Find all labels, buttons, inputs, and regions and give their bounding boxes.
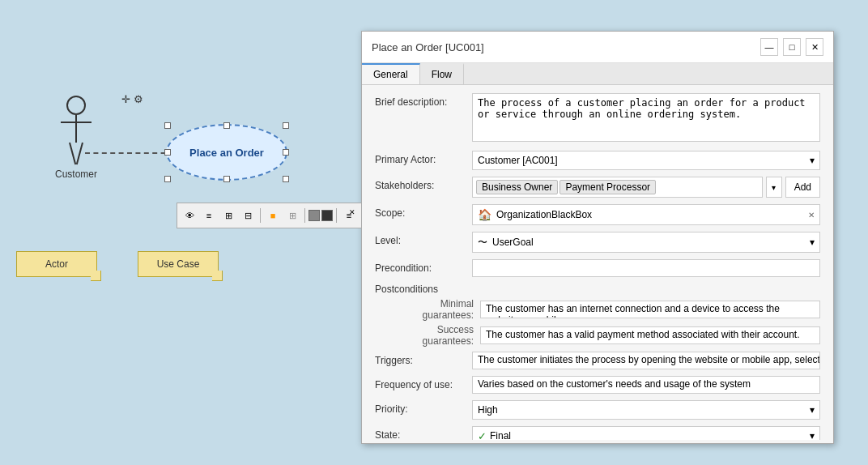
actor-head: [66, 96, 86, 115]
stakeholders-label: Stakeholders:: [375, 177, 472, 191]
actor-arms: [61, 122, 91, 123]
priority-row: Priority: High ▾: [375, 400, 820, 420]
usecase-container[interactable]: Place an Order: [166, 124, 287, 181]
actor-leg-right: [76, 143, 83, 165]
state-row: State: ✓ Final ▾: [375, 426, 820, 440]
frequency-row: Frequency of use: Varies based on the cu…: [375, 376, 820, 394]
add-stakeholder-button[interactable]: Add: [785, 177, 820, 198]
handle-br[interactable]: [283, 176, 289, 182]
tb-icon-5[interactable]: ⊞: [283, 207, 301, 224]
triggers-value: The customer initiates the process by op…: [472, 352, 820, 369]
stakeholder-tag-0: Business Owner: [476, 180, 558, 194]
triggers-row: Triggers: The customer initiates the pro…: [375, 352, 820, 369]
tb-icon-2[interactable]: ⊞: [219, 207, 237, 224]
priority-label: Priority:: [375, 400, 472, 415]
handle-tc[interactable]: [223, 122, 230, 129]
level-label: Level:: [375, 232, 472, 246]
state-select[interactable]: ✓ Final ▾: [472, 426, 820, 440]
minimal-guarantees-value: The customer has an internet connection …: [480, 301, 820, 318]
actor-label: Customer: [55, 169, 97, 180]
handle-tr[interactable]: [283, 122, 289, 129]
frequency-value: Varies based on the customer's needs and…: [472, 376, 820, 394]
primary-actor-label: Primary Actor:: [375, 151, 472, 165]
scope-clear-icon[interactable]: ✕: [808, 211, 815, 220]
scope-label: Scope:: [375, 204, 472, 219]
maximize-button[interactable]: □: [783, 38, 801, 56]
minimize-button[interactable]: —: [760, 38, 778, 56]
actor-icons: ✛ ⚙: [121, 93, 143, 105]
handle-tl[interactable]: [164, 122, 171, 129]
handle-mr[interactable]: [283, 149, 289, 156]
brief-description-input[interactable]: The process of a customer placing an ord…: [472, 93, 820, 142]
dialog-body: Brief description: The process of a cust…: [362, 85, 833, 440]
stakeholders-dropdown[interactable]: ▾: [766, 177, 782, 198]
priority-value: High: [478, 404, 498, 416]
actor-body: [75, 115, 77, 143]
handle-bl[interactable]: [164, 176, 171, 182]
scope-select[interactable]: 🏠 OrganizationBlackBox ✕: [472, 204, 820, 225]
scope-value: OrganizationBlackBox: [496, 209, 803, 220]
state-checkmark: ✓: [478, 430, 487, 441]
primary-actor-row: Primary Actor: Customer [AC001] ▾: [375, 151, 820, 170]
usecase-ellipse[interactable]: Place an Order: [166, 124, 287, 181]
dialog-titlebar: Place an Order [UC001] — □ ✕: [362, 32, 833, 63]
handle-ml[interactable]: [164, 149, 171, 156]
primary-actor-value: Customer [AC001]: [478, 155, 558, 166]
primary-actor-arrow: ▾: [810, 155, 815, 166]
legend-area: Actor Use Case: [16, 251, 219, 277]
brief-description-control: The process of a customer placing an ord…: [472, 93, 820, 144]
level-value: UserGoal: [492, 237, 805, 248]
legend-usecase-box: Use Case: [138, 251, 219, 277]
triggers-label: Triggers:: [375, 352, 472, 366]
priority-arrow: ▾: [810, 404, 815, 416]
actor-figure: Customer: [55, 96, 97, 180]
connector-line: [85, 152, 174, 154]
minimal-guarantees-label: Minimal guarantees:: [391, 298, 480, 321]
frequency-label: Frequency of use:: [375, 376, 472, 390]
eye-icon[interactable]: 👁: [181, 207, 198, 224]
github-icon: ⚙: [134, 93, 143, 105]
level-select[interactable]: 〜 UserGoal ▾: [472, 232, 820, 253]
priority-select[interactable]: High ▾: [472, 400, 820, 420]
legend-usecase-label: Use Case: [157, 258, 200, 270]
color-box-gray[interactable]: [308, 210, 320, 221]
legend-actor-box: Actor: [16, 251, 97, 277]
success-guarantees-value: The customer has a valid payment method …: [480, 326, 820, 344]
color-box-dark[interactable]: [321, 210, 333, 221]
primary-actor-select[interactable]: Customer [AC001] ▾: [472, 151, 820, 170]
dialog-tabs: General Flow: [362, 63, 833, 85]
tab-flow[interactable]: Flow: [420, 63, 464, 84]
stakeholders-control: Business Owner Payment Processor ▾ Add: [472, 177, 820, 198]
tb-icon-1[interactable]: ≡: [200, 207, 218, 224]
brief-description-row: Brief description: The process of a cust…: [375, 93, 820, 144]
brief-description-label: Brief description:: [375, 93, 472, 108]
scope-icon: 🏠: [478, 208, 491, 221]
tb-divider-1: [260, 208, 261, 223]
precondition-input[interactable]: [472, 259, 820, 277]
handle-bc[interactable]: [223, 176, 230, 182]
close-button[interactable]: ✕: [806, 38, 823, 56]
state-label: State:: [375, 426, 472, 440]
dialog-window: Place an Order [UC001] — □ ✕ General Flo…: [361, 31, 834, 444]
tb-icon-4[interactable]: ■: [264, 207, 282, 224]
toolbar-popup: 👁 ≡ ⊞ ⊟ ■ ⊞ ≡ ✕: [177, 203, 362, 228]
state-value: Final: [490, 430, 511, 440]
level-arrow: ▾: [810, 237, 815, 248]
usecase-label: Place an Order: [189, 147, 264, 159]
close-toolbar-icon[interactable]: ✕: [343, 203, 361, 221]
postconditions-header: Postconditions: [375, 284, 820, 295]
success-guarantees-label: Success guarantees:: [391, 324, 480, 347]
minimal-guarantees-row: Minimal guarantees: The customer has an …: [375, 298, 820, 321]
precondition-label: Precondition:: [375, 259, 472, 274]
level-icon: 〜: [478, 236, 487, 250]
tab-general[interactable]: General: [362, 63, 420, 84]
state-value-wrapper: ✓ Final: [478, 430, 511, 441]
actor-legs: [69, 143, 83, 165]
tb-icon-3[interactable]: ⊟: [239, 207, 257, 224]
success-guarantees-row: Success guarantees: The customer has a v…: [375, 324, 820, 347]
titlebar-buttons: — □ ✕: [760, 38, 823, 56]
dialog-title: Place an Order [UC001]: [372, 41, 484, 53]
level-row: Level: 〜 UserGoal ▾: [375, 232, 820, 253]
legend-actor-label: Actor: [45, 258, 68, 270]
stakeholders-row: Stakeholders: Business Owner Payment Pro…: [375, 177, 820, 198]
